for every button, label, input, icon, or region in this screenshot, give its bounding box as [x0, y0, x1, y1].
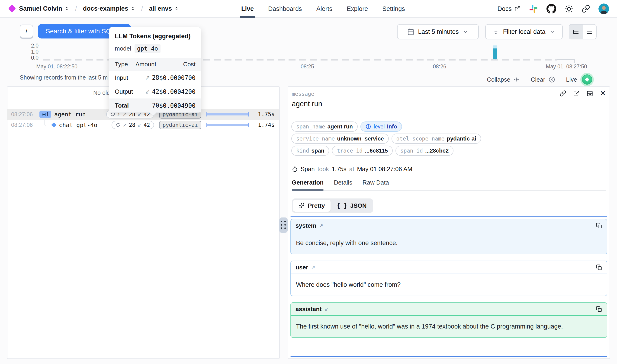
- dock-panel-button[interactable]: [587, 90, 593, 97]
- copy-link-button[interactable]: [560, 90, 566, 97]
- time-range-label: Last 5 minutes: [418, 28, 459, 36]
- axis-extension-line: [557, 59, 575, 60]
- panel-resize-handle[interactable]: [279, 218, 288, 233]
- slash-shortcut-key[interactable]: /: [20, 25, 33, 38]
- y-tickmark: [40, 46, 43, 46]
- collapse-children-badge[interactable]: ⊟1: [39, 111, 51, 118]
- scope-tag[interactable]: pydantic-ai: [159, 121, 201, 129]
- trace-row-chat-gpt-4o[interactable]: 08:27:06 chat gpt-4o ↗ 28 ↙ 42 pydantic-…: [7, 120, 279, 130]
- nav-tab-dashboards[interactable]: Dashboards: [268, 0, 302, 18]
- tree-view-button[interactable]: [569, 25, 583, 39]
- pretty-view-button[interactable]: Pretty: [293, 200, 330, 212]
- copy-icon: [596, 306, 602, 312]
- live-indicator: [582, 74, 592, 85]
- github-icon[interactable]: [547, 4, 556, 14]
- span-id-badge[interactable]: span_id ...28cbc2: [395, 146, 453, 156]
- tab-raw-data[interactable]: Raw Data: [363, 179, 389, 190]
- span-name: chat gpt-4o: [59, 122, 97, 129]
- theme-sun-icon[interactable]: [564, 4, 573, 13]
- input-tokens: 28: [129, 122, 135, 128]
- chevron-down-icon: [462, 29, 469, 35]
- open-in-new-button[interactable]: [573, 90, 580, 97]
- slack-icon[interactable]: [529, 4, 538, 13]
- pretty-label: Pretty: [308, 202, 325, 209]
- message-user: user ↗ Where does "hello world" come fro…: [290, 260, 607, 296]
- level-badge[interactable]: level Info: [360, 121, 402, 132]
- detail-tabs: Generation Details Raw Data: [292, 179, 606, 191]
- env-selector[interactable]: all envs: [149, 5, 179, 12]
- nav-tab-live[interactable]: Live: [241, 0, 254, 18]
- json-view-button[interactable]: { } JSON: [331, 200, 372, 212]
- calendar-icon: [407, 28, 414, 35]
- tooltip-title: LLM Tokens (aggregated): [109, 27, 201, 40]
- json-label: JSON: [350, 202, 367, 209]
- row-timestamp: 08:27:06: [11, 122, 39, 128]
- sparkle-icon: [299, 202, 305, 209]
- span-name-badge[interactable]: span_name agent run: [291, 121, 358, 132]
- input-arrow-icon: ↗: [145, 74, 150, 81]
- duration-bar: [206, 123, 249, 127]
- model-value-chip: gpt-4o: [134, 44, 160, 53]
- tokens-table: Type Amount Cost Input ↗28 $0.0000700 Ou…: [109, 58, 201, 112]
- chevron-updown-icon: [174, 6, 179, 11]
- y-tickmark: [40, 58, 43, 58]
- timing-timestamp: May 01 08:27:06 AM: [357, 166, 412, 173]
- service-name-badge[interactable]: service_name unknown_service: [291, 133, 389, 144]
- y-tick-0: 0.0: [15, 55, 39, 61]
- org-name: Samuel Colvin: [19, 5, 62, 12]
- span-diamond-icon: [51, 122, 57, 128]
- role-label: assistant: [296, 306, 322, 313]
- nav-tab-settings[interactable]: Settings: [382, 0, 405, 18]
- copy-message-button[interactable]: [596, 222, 602, 229]
- nav-tab-alerts[interactable]: Alerts: [316, 0, 332, 18]
- project-selector[interactable]: docs-examples: [83, 5, 135, 12]
- live-toggle-button[interactable]: [580, 73, 594, 86]
- record-kind-label: message: [292, 91, 314, 97]
- trace-id-badge[interactable]: trace_id ...6c8115: [332, 146, 393, 156]
- tab-details[interactable]: Details: [334, 179, 352, 190]
- y-tick-2: 2.0: [15, 43, 39, 49]
- status-row: Showing records from the last 5 m Collap…: [0, 73, 617, 83]
- collapse-button[interactable]: Collapse: [487, 76, 520, 83]
- time-range-button[interactable]: Last 5 minutes: [397, 24, 479, 39]
- header-actions: Docs: [497, 0, 609, 18]
- list-view-button[interactable]: [583, 25, 596, 39]
- tree-connector: [45, 120, 51, 126]
- bar-hover-cap: [493, 45, 497, 49]
- user-avatar[interactable]: [598, 3, 609, 14]
- trace-list-panel: No older 08:27:06 ⊟1 agent run Σ ↗ 28 ↙ …: [7, 86, 280, 359]
- share-link-icon[interactable]: [582, 5, 590, 13]
- org-selector[interactable]: Samuel Colvin: [19, 5, 69, 12]
- row-metrics: ↗ 28 ↙ 42 pydantic-ai 1.74s: [112, 121, 275, 129]
- message-content: Be concise, reply with one sentence.: [291, 232, 607, 254]
- kind-badge[interactable]: kind span: [291, 146, 329, 156]
- copy-icon: [596, 264, 602, 271]
- message-assistant: assistant ↙ The first known use of "hell…: [290, 302, 607, 338]
- token-usage-pill[interactable]: ↗ 28 ↙ 42: [112, 121, 154, 129]
- nav-tab-explore[interactable]: Explore: [347, 0, 368, 18]
- showing-records-label: Showing records from the last 5 m: [20, 74, 108, 81]
- clear-button[interactable]: Clear: [531, 76, 555, 83]
- filter-local-data-button[interactable]: Filter local data: [485, 24, 563, 39]
- message-content: The first known use of "hello, world" wa…: [291, 316, 607, 337]
- scroll-boundary-top: [290, 216, 607, 217]
- tokens-row-output: Output ↙42 $0.0004200: [109, 85, 201, 99]
- records-timeline-chart[interactable]: 2.0 1.0 0.0 May 01. 08:22:50 08:25 08:26…: [0, 44, 617, 72]
- tab-generation[interactable]: Generation: [292, 179, 324, 190]
- role-label: system: [296, 222, 316, 229]
- status-actions: Collapse Clear Live: [487, 73, 594, 86]
- copy-message-button[interactable]: [596, 306, 602, 312]
- col-header-cost: Cost: [159, 58, 201, 71]
- timing-took: took: [317, 166, 329, 173]
- live-toggle-group: Live: [566, 73, 594, 86]
- app-window: Samuel Colvin / docs-examples / all envs…: [0, 0, 617, 364]
- copy-message-button[interactable]: [596, 264, 602, 271]
- timing-at: at: [349, 166, 354, 173]
- close-panel-button[interactable]: ✕: [600, 90, 606, 97]
- y-tick-1: 1.0: [15, 49, 39, 55]
- top-header: Samuel Colvin / docs-examples / all envs…: [0, 0, 617, 18]
- otel-scope-badge[interactable]: otel_scope_name pydantic-ai: [392, 133, 481, 144]
- docs-label: Docs: [497, 5, 512, 13]
- docs-link[interactable]: Docs: [497, 5, 521, 13]
- record-count-bar[interactable]: [493, 48, 497, 59]
